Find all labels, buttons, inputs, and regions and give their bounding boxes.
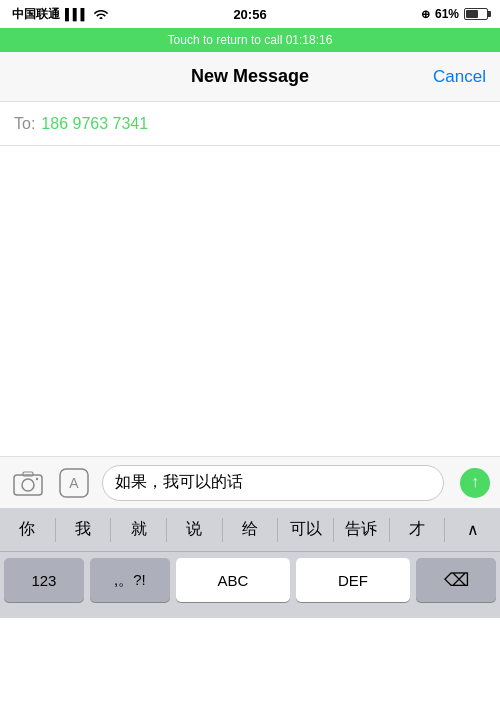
to-label: To:: [14, 115, 35, 133]
to-field[interactable]: To: 186 9763 7341: [0, 102, 500, 146]
svg-text:A: A: [69, 475, 79, 491]
predictive-bar: 你 我 就 说 给 可以 告诉 才 ∧: [0, 508, 500, 552]
appstore-button[interactable]: A: [56, 465, 92, 501]
message-area[interactable]: [0, 146, 500, 456]
signal-icon: ▌▌▌: [65, 8, 88, 20]
svg-point-3: [36, 477, 38, 479]
send-button[interactable]: ↑: [460, 468, 490, 498]
key-abc[interactable]: ABC: [176, 558, 290, 602]
predictive-word-2[interactable]: 我: [56, 519, 111, 540]
status-time: 20:56: [233, 7, 266, 22]
keyboard: 123 ,。?! ABC DEF ⌫: [0, 552, 500, 618]
cancel-button[interactable]: Cancel: [433, 67, 486, 87]
status-right: ⊕ 61%: [421, 7, 488, 21]
key-123[interactable]: 123: [4, 558, 84, 602]
predictive-word-7[interactable]: 告诉: [334, 519, 389, 540]
status-left: 中国联通 ▌▌▌: [12, 6, 109, 23]
key-punct-label: ,。?!: [114, 571, 146, 590]
status-bar: 中国联通 ▌▌▌ 20:56 ⊕ 61%: [0, 0, 500, 28]
key-def-label: DEF: [338, 572, 368, 589]
predictive-word-expand[interactable]: ∧: [445, 520, 500, 539]
location-icon: ⊕: [421, 8, 430, 21]
message-input[interactable]: 如果，我可以的话: [115, 472, 431, 493]
key-punct[interactable]: ,。?!: [90, 558, 170, 602]
key-abc-label: ABC: [217, 572, 248, 589]
send-arrow-icon: ↑: [471, 474, 479, 490]
carrier-label: 中国联通: [12, 6, 60, 23]
predictive-word-6[interactable]: 可以: [278, 519, 333, 540]
to-value: 186 9763 7341: [41, 115, 148, 133]
key-123-label: 123: [31, 572, 56, 589]
return-call-text: Touch to return to call 01:18:16: [168, 33, 333, 47]
predictive-word-8[interactable]: 才: [390, 519, 445, 540]
svg-rect-0: [14, 475, 42, 495]
message-input-wrapper[interactable]: 如果，我可以的话: [102, 465, 444, 501]
key-def[interactable]: DEF: [296, 558, 410, 602]
predictive-word-4[interactable]: 说: [167, 519, 222, 540]
svg-point-1: [22, 479, 34, 491]
nav-title: New Message: [191, 66, 309, 87]
keyboard-row-1: 123 ,。?! ABC DEF ⌫: [0, 552, 500, 610]
battery-icon: [464, 8, 488, 20]
key-delete[interactable]: ⌫: [416, 558, 496, 602]
keyboard-bottom-spacer: [0, 610, 500, 618]
wifi-icon: [93, 7, 109, 22]
camera-button[interactable]: [10, 465, 46, 501]
delete-icon: ⌫: [444, 569, 469, 591]
return-call-banner[interactable]: Touch to return to call 01:18:16: [0, 28, 500, 52]
predictive-word-1[interactable]: 你: [0, 519, 55, 540]
nav-bar: New Message Cancel: [0, 52, 500, 102]
battery-percent: 61%: [435, 7, 459, 21]
message-toolbar: A 如果，我可以的话 ↑: [0, 456, 500, 508]
predictive-word-3[interactable]: 就: [111, 519, 166, 540]
predictive-word-5[interactable]: 给: [223, 519, 278, 540]
